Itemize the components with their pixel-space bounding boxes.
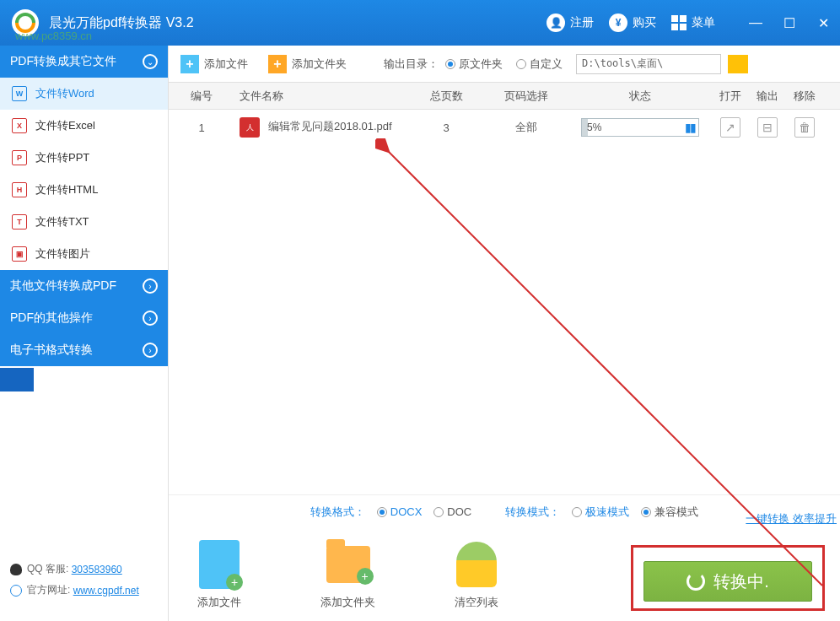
- sidebar-group-other-to-pdf[interactable]: 其他文件转换成PDF›: [0, 270, 168, 302]
- format-bar: 转换格式： DOCX DOC 转换模式： 极速模式 兼容模式: [169, 494, 840, 528]
- col-range: 页码选择: [484, 89, 568, 104]
- radio-icon: [641, 507, 651, 517]
- big-add-file-button[interactable]: 添加文件: [194, 539, 245, 610]
- pdf-icon: 人: [240, 117, 260, 138]
- pause-icon[interactable]: ▮▮: [685, 121, 695, 134]
- sidebar-item-ppt[interactable]: P文件转PPT: [0, 142, 168, 174]
- sidebar-footer: QQ 客服: 303583960 官方网址: www.cgpdf.net: [0, 554, 168, 621]
- col-out: 输出: [749, 89, 786, 104]
- progress-bar[interactable]: 5% ▮▮: [581, 118, 699, 137]
- convert-button[interactable]: 转换中.: [643, 561, 812, 602]
- radio-docx[interactable]: DOCX: [377, 505, 423, 518]
- radio-icon: [377, 507, 387, 517]
- col-pages: 总页数: [408, 89, 484, 104]
- app-logo-icon: [10, 8, 40, 38]
- html-icon: H: [12, 182, 27, 197]
- radio-original-folder[interactable]: 原文件夹: [445, 57, 503, 72]
- spinner-icon: [687, 572, 705, 591]
- image-icon: ▣: [12, 246, 27, 262]
- add-folder-button[interactable]: +添加文件夹: [268, 55, 347, 73]
- big-add-folder-button[interactable]: 添加文件夹: [320, 539, 375, 610]
- chevron-right-icon: ›: [143, 310, 158, 326]
- bottom-bar: 添加文件 添加文件夹 清空列表 一键转换 效率提升 转换中.: [169, 528, 840, 621]
- table-row[interactable]: 1 人编辑常见问题2018.01.pdf 3 全部 5% ▮▮ ↗ ⊟ 🗑: [169, 110, 840, 145]
- sidebar-item-html[interactable]: H文件转HTML: [0, 174, 168, 206]
- word-icon: W: [12, 86, 27, 101]
- ppt-icon: P: [12, 150, 27, 165]
- col-num: 编号: [180, 89, 223, 104]
- window-controls: ― ☐ ✕: [739, 0, 840, 46]
- menu-button[interactable]: 菜单: [671, 15, 715, 30]
- path-input[interactable]: [576, 54, 721, 74]
- col-name: 文件名称: [223, 89, 408, 104]
- sidebar-item-image[interactable]: ▣文件转图片: [0, 238, 168, 270]
- sidebar-tab[interactable]: [0, 368, 34, 392]
- add-file-button[interactable]: +添加文件: [180, 55, 248, 73]
- sidebar-item-excel[interactable]: X文件转Excel: [0, 110, 168, 142]
- format-label: 转换格式：: [310, 505, 365, 520]
- close-button[interactable]: ✕: [806, 0, 840, 46]
- grid-icon: [671, 15, 687, 30]
- chevron-right-icon: ›: [143, 278, 158, 294]
- tip-link[interactable]: 一键转换 效率提升: [746, 511, 837, 526]
- folder-plus-icon: +: [268, 55, 287, 73]
- broom-icon: [456, 542, 497, 587]
- mode-label: 转换模式：: [505, 505, 560, 520]
- radio-icon: [516, 59, 526, 69]
- app-title: 晨光万能pdf转换器 V3.2: [49, 14, 547, 32]
- minimize-button[interactable]: ―: [739, 0, 773, 46]
- sidebar-item-txt[interactable]: T文件转TXT: [0, 206, 168, 238]
- col-del: 移除: [786, 89, 823, 104]
- maximize-button[interactable]: ☐: [773, 0, 806, 46]
- table-header: 编号 文件名称 总页数 页码选择 状态 打开 输出 移除: [169, 83, 840, 110]
- chevron-right-icon: ›: [143, 343, 158, 358]
- chevron-down-icon: ⌄: [143, 54, 158, 69]
- radio-icon: [572, 507, 582, 517]
- sidebar-group-pdf-to-other[interactable]: PDF转换成其它文件⌄: [0, 46, 168, 78]
- txt-icon: T: [12, 214, 27, 230]
- file-plus-icon: [199, 540, 240, 589]
- folder-plus-icon: [326, 546, 370, 583]
- empty-area: [169, 145, 840, 494]
- open-button[interactable]: ↗: [720, 117, 740, 138]
- radio-custom[interactable]: 自定义: [516, 57, 563, 72]
- plus-icon: +: [180, 55, 199, 73]
- content: +添加文件 +添加文件夹 输出目录： 原文件夹 自定义 编号 文件名称 总页数 …: [169, 46, 840, 621]
- convert-highlight-box: 转换中.: [631, 545, 825, 611]
- register-button[interactable]: 👤注册: [547, 14, 594, 32]
- output-label: 输出目录：: [384, 57, 439, 72]
- qq-icon: [10, 564, 22, 575]
- browse-folder-button[interactable]: [728, 55, 748, 73]
- radio-compat[interactable]: 兼容模式: [641, 505, 698, 520]
- titlebar: 晨光万能pdf转换器 V3.2 👤注册 ¥购买 菜单 ― ☐ ✕: [0, 0, 840, 46]
- yen-icon: ¥: [609, 14, 627, 32]
- radio-icon: [433, 507, 444, 517]
- col-open: 打开: [712, 89, 749, 104]
- radio-fast[interactable]: 极速模式: [572, 505, 629, 520]
- buy-button[interactable]: ¥购买: [609, 14, 656, 32]
- col-status: 状态: [568, 89, 712, 104]
- site-link[interactable]: www.cgpdf.net: [73, 585, 139, 597]
- big-clear-button[interactable]: 清空列表: [451, 539, 502, 610]
- sidebar-item-word[interactable]: W文件转Word: [0, 78, 168, 110]
- radio-icon: [445, 59, 455, 69]
- excel-icon: X: [12, 118, 27, 133]
- sidebar-group-ebook[interactable]: 电子书格式转换›: [0, 334, 168, 366]
- sidebar-group-pdf-ops[interactable]: PDF的其他操作›: [0, 302, 168, 334]
- sidebar: PDF转换成其它文件⌄ W文件转Word X文件转Excel P文件转PPT H…: [0, 46, 169, 621]
- qq-link[interactable]: 303583960: [72, 564, 122, 575]
- ie-icon: [10, 585, 22, 597]
- toolbar: +添加文件 +添加文件夹 输出目录： 原文件夹 自定义: [169, 46, 840, 83]
- output-button[interactable]: ⊟: [757, 117, 778, 138]
- radio-doc[interactable]: DOC: [433, 505, 471, 518]
- user-icon: 👤: [547, 14, 565, 32]
- delete-button[interactable]: 🗑: [794, 117, 815, 138]
